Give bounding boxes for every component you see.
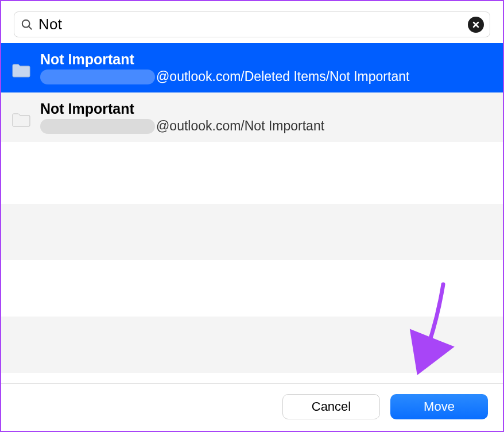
redacted-segment — [40, 119, 155, 134]
folder-icon — [11, 111, 31, 128]
move-folder-dialog: Not Important @outlook.com/Deleted Items… — [1, 1, 503, 431]
list-stripe — [1, 204, 503, 260]
results-list: Not Important @outlook.com/Deleted Items… — [1, 43, 503, 383]
svg-point-0 — [22, 20, 30, 27]
search-input[interactable] — [38, 16, 468, 33]
result-title: Not Important — [40, 101, 493, 117]
result-path-text: @outlook.com/Not Important — [156, 118, 324, 134]
search-icon — [20, 18, 34, 32]
dialog-footer: Cancel Move — [1, 383, 503, 431]
clear-search-button[interactable] — [468, 17, 484, 33]
result-title: Not Important — [40, 51, 493, 68]
result-text: Not Important @outlook.com/Deleted Items… — [40, 51, 493, 84]
result-text: Not Important @outlook.com/Not Important — [40, 101, 493, 134]
result-path: @outlook.com/Deleted Items/Not Important — [40, 69, 493, 84]
list-stripe — [1, 317, 503, 373]
result-row[interactable]: Not Important @outlook.com/Deleted Items… — [1, 43, 503, 92]
cancel-button[interactable]: Cancel — [282, 394, 380, 419]
result-path: @outlook.com/Not Important — [40, 118, 493, 134]
search-field-wrapper — [14, 11, 490, 37]
result-row[interactable]: Not Important @outlook.com/Not Important — [1, 92, 503, 142]
redacted-segment — [40, 70, 155, 84]
folder-icon — [11, 62, 31, 78]
search-area — [1, 1, 503, 43]
svg-line-1 — [29, 26, 32, 29]
result-path-text: @outlook.com/Deleted Items/Not Important — [156, 69, 409, 84]
move-button[interactable]: Move — [390, 394, 488, 419]
